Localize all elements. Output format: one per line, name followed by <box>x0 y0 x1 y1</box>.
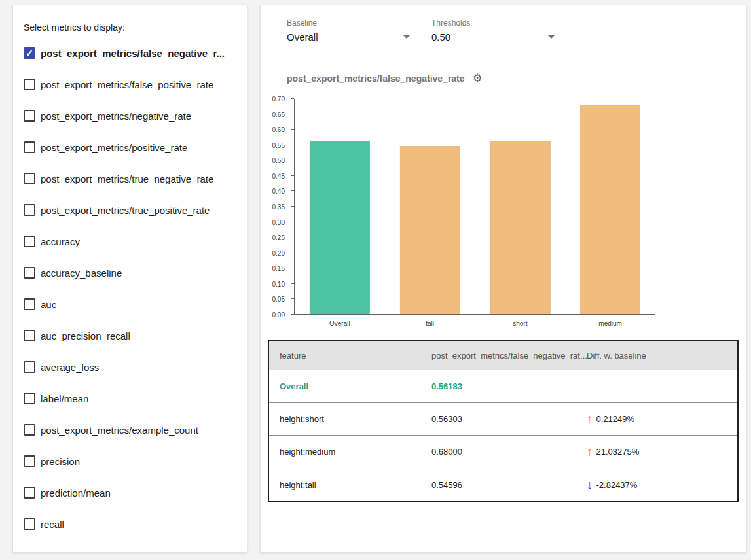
bar-tall[interactable] <box>399 146 460 314</box>
baseline-select[interactable]: Overall <box>287 31 410 48</box>
bar-slot: tall <box>385 99 475 314</box>
metric-checkbox[interactable] <box>24 141 35 153</box>
metric-label: prediction/mean <box>41 487 111 499</box>
metric-checkbox[interactable] <box>24 298 35 310</box>
metric-label: post_export_metrics/true_negative_rate <box>41 173 213 184</box>
metric-selector-panel: Select metrics to display: ✓ post_export… <box>12 5 247 553</box>
metric-list-item[interactable]: average_loss <box>13 351 247 383</box>
metric-list-item[interactable]: post_export_metrics/true_negative_rate <box>13 163 247 194</box>
metric-checkbox[interactable] <box>24 424 35 436</box>
cell-feature: height:tall <box>269 480 431 490</box>
y-axis: 0.000.050.100.150.200.250.300.350.400.45… <box>261 99 291 315</box>
metric-label: auc_precision_recall <box>41 330 130 341</box>
y-tick-label: 0.45 <box>272 172 285 179</box>
metric-list-item[interactable]: auc_precision_recall <box>13 320 247 351</box>
chevron-down-icon <box>403 35 410 39</box>
y-tick-label: 0.00 <box>272 311 285 319</box>
x-tick-label: Overall <box>295 320 385 327</box>
metric-checkbox[interactable] <box>24 455 35 467</box>
metric-list-item[interactable]: post_export_metrics/example_count <box>13 414 247 446</box>
table-row: height:tall 0.54596 ↓-2.82437% <box>269 468 737 501</box>
metric-list-item[interactable]: post_export_metrics/false_positive_rate <box>13 69 247 100</box>
table-row: height:medium 0.68000 ↑21.03275% <box>269 436 737 468</box>
y-tick-label: 0.05 <box>272 296 285 303</box>
metric-checkbox[interactable] <box>24 236 35 247</box>
table-header-feature: feature <box>269 351 431 360</box>
x-tick-label: short <box>475 320 566 327</box>
metrics-list: ✓ post_export_metrics/false_negative_r..… <box>13 37 247 540</box>
metric-checkbox[interactable] <box>24 330 35 341</box>
metric-checkbox[interactable] <box>24 267 35 279</box>
bar-Overall[interactable] <box>310 141 370 314</box>
metric-visualization-panel: Baseline Overall Thresholds 0.50 post_ex… <box>260 5 746 553</box>
metric-list-item[interactable]: post_export_metrics/positive_rate <box>13 131 247 163</box>
diff-value: 0.21249% <box>596 414 635 424</box>
bar-slot: Overall <box>295 99 385 314</box>
bar-chart: 0.000.050.100.150.200.250.300.350.400.45… <box>261 99 680 347</box>
metric-checkbox[interactable] <box>24 110 35 122</box>
metric-label: auc <box>41 299 56 310</box>
chart-title: post_export_metrics/false_negative_rate <box>287 73 465 84</box>
cell-diff: ↓-2.82437% <box>587 479 737 491</box>
table-header-metric: post_export_metrics/false_negative_rat..… <box>431 351 587 360</box>
metric-checkbox-checked[interactable]: ✓ <box>24 47 35 59</box>
controls-row: Baseline Overall Thresholds 0.50 <box>287 18 555 48</box>
metric-label: label/mean <box>41 393 88 404</box>
metric-label: post_export_metrics/false_negative_r... <box>41 48 225 59</box>
metric-label: accuracy_baseline <box>41 268 122 279</box>
metric-list-item[interactable]: label/mean <box>13 383 247 414</box>
gear-icon[interactable]: ⚙ <box>473 73 483 84</box>
metric-label: accuracy <box>41 236 80 247</box>
cell-feature: Overall <box>269 381 431 391</box>
metric-list-item[interactable]: auc <box>13 289 247 320</box>
y-tick-label: 0.40 <box>272 188 285 195</box>
table-header-diff: Diff. w. baseline <box>587 351 737 360</box>
metric-selector-title: Select metrics to display: <box>24 22 247 33</box>
metric-label: post_export_metrics/negative_rate <box>41 111 191 122</box>
cell-value: 0.54596 <box>431 480 587 490</box>
metric-checkbox[interactable] <box>24 361 35 373</box>
metric-list-item[interactable]: accuracy <box>13 226 247 257</box>
table-header-row: feature post_export_metrics/false_negati… <box>269 341 737 370</box>
bar-slot: medium <box>565 99 655 314</box>
metric-list-item[interactable]: post_export_metrics/negative_rate <box>13 100 247 131</box>
metric-checkbox[interactable] <box>24 204 35 216</box>
bar-short[interactable] <box>490 141 550 314</box>
bar-medium[interactable] <box>580 105 640 314</box>
y-tick-label: 0.20 <box>272 249 285 256</box>
y-tick-label: 0.15 <box>272 265 285 272</box>
diff-value: 21.03275% <box>596 447 640 457</box>
metric-checkbox[interactable] <box>24 487 35 499</box>
metric-list-item[interactable]: prediction/mean <box>13 477 247 508</box>
up-arrow-icon: ↑ <box>587 413 593 425</box>
baseline-value: Overall <box>287 31 318 43</box>
thresholds-label: Thresholds <box>431 18 555 27</box>
cell-value: 0.56303 <box>431 414 587 424</box>
metric-list-item[interactable]: precision <box>13 446 247 477</box>
metric-checkbox[interactable] <box>24 518 35 530</box>
metric-label: recall <box>41 519 64 530</box>
cell-value: 0.56183 <box>431 381 587 391</box>
chart-title-row: post_export_metrics/false_negative_rate … <box>287 73 483 84</box>
metric-list-item[interactable]: ✓ post_export_metrics/false_negative_r..… <box>13 37 247 69</box>
table-body: Overall 0.56183 height:short 0.56303 ↑0.… <box>269 370 737 501</box>
metric-label: post_export_metrics/example_count <box>41 425 198 436</box>
cell-diff: ↑0.21249% <box>587 413 737 425</box>
metric-list-item[interactable]: recall <box>13 508 247 540</box>
cell-feature: height:medium <box>269 447 431 457</box>
metric-list-item[interactable]: accuracy_baseline <box>13 257 247 289</box>
y-tick-label: 0.55 <box>272 141 285 149</box>
metric-list-item[interactable]: post_export_metrics/true_positive_rate <box>13 194 247 226</box>
cell-feature: height:short <box>269 414 431 424</box>
y-tick-label: 0.65 <box>272 111 285 118</box>
metric-checkbox[interactable] <box>24 393 35 404</box>
y-tick-label: 0.30 <box>272 219 285 226</box>
chevron-down-icon <box>548 35 555 39</box>
y-tick-label: 0.70 <box>272 96 285 103</box>
thresholds-select[interactable]: 0.50 <box>431 31 555 48</box>
metric-label: average_loss <box>41 362 99 373</box>
plot-area: Overalltallshortmedium <box>294 99 655 315</box>
metric-checkbox[interactable] <box>24 79 35 90</box>
x-tick-label: medium <box>565 320 655 327</box>
metric-checkbox[interactable] <box>24 173 35 184</box>
